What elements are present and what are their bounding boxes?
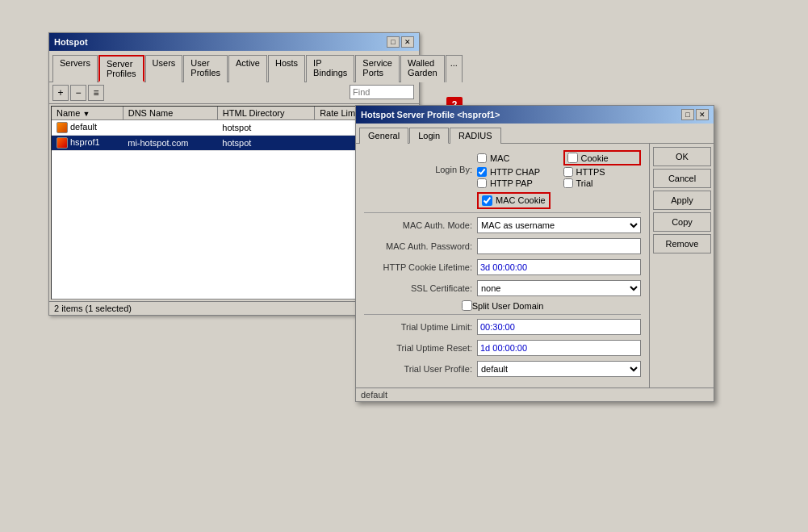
mac-auth-mode-value: MAC as username MAC as password MAC as b… xyxy=(477,217,641,233)
close-btn[interactable]: ✕ xyxy=(401,36,414,48)
trial-uptime-reset-value xyxy=(477,340,641,356)
http-pap-checkbox[interactable] xyxy=(477,178,487,188)
dialog-footer: default xyxy=(356,387,714,401)
mac-auth-mode-row: MAC Auth. Mode: MAC as username MAC as p… xyxy=(364,216,641,234)
ssl-cert-label: SSL Certificate: xyxy=(364,283,477,293)
dialog-close-btn[interactable]: ✕ xyxy=(696,109,709,120)
cookie-checkbox[interactable] xyxy=(567,153,578,163)
login-by-label: Login By: xyxy=(364,165,477,174)
row-dns-hsprof1: mi-hotspot.com xyxy=(123,136,217,151)
col-html-dir[interactable]: HTML Directory xyxy=(217,107,314,120)
mac-cookie-row: MAC Cookie xyxy=(364,191,641,209)
mac-auth-mode-select[interactable]: MAC as username MAC as password MAC as b… xyxy=(477,217,641,233)
mac-cookie-label: MAC Cookie xyxy=(496,195,546,205)
https-label: HTTPS xyxy=(576,167,605,177)
login-by-row: Login By: MAC Cookie HTTP CH xyxy=(364,150,641,188)
tab-servers[interactable]: Servers xyxy=(52,55,98,82)
row-name-hsprof1: hsprof1 xyxy=(52,136,123,151)
tab-login[interactable]: Login xyxy=(409,128,449,144)
tab-users[interactable]: Users xyxy=(145,55,183,82)
dialog-minimize-btn[interactable]: □ xyxy=(681,109,694,120)
dialog-window: Hotspot Server Profile <hsprof1> □ ✕ Gen… xyxy=(355,105,714,402)
https-checkbox[interactable] xyxy=(563,167,573,177)
dialog-body: Login By: MAC Cookie HTTP CH xyxy=(356,144,714,387)
dialog-sidebar: OK Cancel Apply Copy Remove xyxy=(649,144,714,387)
mac-auth-password-row: MAC Auth. Password: xyxy=(364,237,641,255)
mac-auth-password-value xyxy=(477,238,641,254)
http-cookie-lifetime-label: HTTP Cookie Lifetime: xyxy=(364,262,477,272)
ok-button[interactable]: OK xyxy=(653,147,711,166)
tab-hosts[interactable]: Hosts xyxy=(268,55,305,82)
ssl-cert-select[interactable]: none xyxy=(477,280,641,296)
tab-more[interactable]: ... xyxy=(446,55,463,82)
http-pap-item: HTTP PAP xyxy=(477,178,555,188)
mac-auth-mode-label: MAC Auth. Mode: xyxy=(364,220,477,230)
toolbar: + − ≡ xyxy=(49,82,419,104)
http-chap-checkbox[interactable] xyxy=(477,167,487,177)
tab-user-profiles[interactable]: User Profiles xyxy=(183,55,228,82)
http-pap-label: HTTP PAP xyxy=(490,178,533,188)
trial-user-profile-label: Trial User Profile: xyxy=(364,364,477,374)
trial-checkbox[interactable] xyxy=(563,178,573,188)
mac-cookie-checkbox[interactable] xyxy=(482,195,492,206)
mac-label: MAC xyxy=(490,153,509,163)
mac-checkbox[interactable] xyxy=(477,153,487,163)
divider-2 xyxy=(364,314,641,315)
filter-button[interactable]: ≡ xyxy=(88,85,104,101)
trial-uptime-limit-row: Trial Uptime Limit: xyxy=(364,318,641,336)
trial-user-profile-value: default xyxy=(477,361,641,377)
dialog-title: Hotspot Server Profile <hsprof1> xyxy=(361,110,500,119)
row-name-default: default xyxy=(52,120,123,136)
add-button[interactable]: + xyxy=(52,85,69,101)
tab-active[interactable]: Active xyxy=(228,55,267,82)
copy-button[interactable]: Copy xyxy=(653,212,711,232)
tab-service-ports[interactable]: Service Ports xyxy=(355,55,400,82)
trial-label: Trial xyxy=(576,178,593,188)
col-dns-name[interactable]: DNS Name xyxy=(123,107,217,120)
trial-uptime-reset-label: Trial Uptime Reset: xyxy=(364,343,477,353)
https-item: HTTPS xyxy=(563,167,642,177)
tab-walled-garden[interactable]: Walled Garden xyxy=(400,55,445,82)
mac-checkbox-item: MAC xyxy=(477,150,555,165)
tab-general[interactable]: General xyxy=(359,128,408,144)
dialog-titlebar-buttons: □ ✕ xyxy=(681,109,709,120)
remove-button[interactable]: − xyxy=(70,85,86,101)
trial-uptime-limit-input[interactable] xyxy=(477,319,641,335)
login-by-checkboxes: MAC Cookie HTTP CHAP HTTPS xyxy=(477,150,641,188)
http-chap-item: HTTP CHAP xyxy=(477,167,555,177)
cookie-highlight-box: Cookie xyxy=(563,150,642,165)
ssl-cert-row: SSL Certificate: none xyxy=(364,279,641,297)
cancel-button[interactable]: Cancel xyxy=(653,169,711,188)
minimize-btn[interactable]: □ xyxy=(387,36,400,48)
trial-uptime-reset-input[interactable] xyxy=(477,340,641,356)
main-window-titlebar: Hotspot □ ✕ xyxy=(49,33,419,51)
mac-auth-password-input[interactable] xyxy=(477,238,641,254)
split-user-domain-row: Split User Domain xyxy=(364,300,641,311)
split-user-domain-checkbox[interactable] xyxy=(462,300,472,311)
row-dns-default xyxy=(123,120,217,136)
tab-ip-bindings[interactable]: IP Bindings xyxy=(306,55,354,82)
mac-cookie-highlight: MAC Cookie xyxy=(477,192,551,209)
http-cookie-lifetime-value xyxy=(477,259,641,275)
trial-user-profile-row: Trial User Profile: default xyxy=(364,360,641,378)
trial-user-profile-select[interactable]: default xyxy=(477,361,641,377)
row-htmldir-default: hotspot xyxy=(217,120,314,136)
main-titlebar-buttons: □ ✕ xyxy=(387,36,414,48)
main-window-title: Hotspot xyxy=(54,37,88,47)
col-name[interactable]: Name ▼ xyxy=(52,107,123,120)
ssl-cert-value: none xyxy=(477,280,641,296)
main-tab-bar: Servers Server Profiles Users User Profi… xyxy=(49,51,419,82)
mac-auth-password-label: MAC Auth. Password: xyxy=(364,241,477,251)
mac-cookie-value: MAC Cookie xyxy=(477,192,641,209)
find-input[interactable] xyxy=(350,85,414,99)
tab-radius[interactable]: RADIUS xyxy=(450,128,501,144)
apply-button[interactable]: Apply xyxy=(653,191,711,210)
remove-button[interactable]: Remove xyxy=(653,234,711,253)
dialog-titlebar: Hotspot Server Profile <hsprof1> □ ✕ xyxy=(356,106,714,124)
http-chap-label: HTTP CHAP xyxy=(490,167,540,177)
cookie-label: Cookie xyxy=(581,153,609,163)
tab-server-profiles[interactable]: Server Profiles xyxy=(98,55,144,82)
split-user-domain-label: Split User Domain xyxy=(472,301,544,311)
divider-1 xyxy=(364,212,641,213)
http-cookie-lifetime-input[interactable] xyxy=(477,259,641,275)
